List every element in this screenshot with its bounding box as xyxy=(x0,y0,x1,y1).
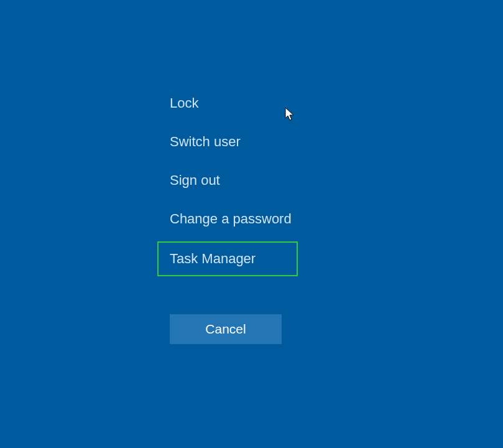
menu-item-switch-user[interactable]: Switch user xyxy=(170,123,298,161)
menu-item-task-manager[interactable]: Task Manager xyxy=(157,241,298,276)
security-options-menu: Lock Switch user Sign out Change a passw… xyxy=(170,84,298,279)
cancel-button[interactable]: Cancel xyxy=(170,314,282,344)
menu-item-change-password[interactable]: Change a password xyxy=(170,200,298,238)
menu-item-lock[interactable]: Lock xyxy=(170,84,298,123)
menu-item-sign-out[interactable]: Sign out xyxy=(170,161,298,200)
